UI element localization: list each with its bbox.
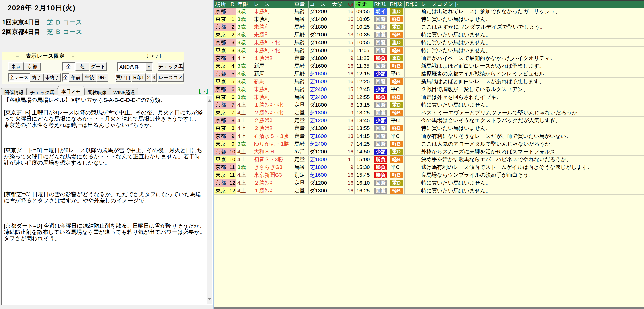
- cell-rmark2: 重D: [389, 23, 405, 31]
- header-course[interactable]: コース: [309, 1, 331, 8]
- all-races-button[interactable]: 全レース: [8, 73, 30, 82]
- table-row[interactable]: 京都13歳未勝利馬齢ダ12001609:55朝イ重D前走は出遅れてレースに参加で…: [214, 8, 644, 15]
- race-comment-button[interactable]: レースコメ: [158, 73, 184, 82]
- cell-race-comment: 特に買いたい馬はいません。: [419, 31, 644, 38]
- afternoon-button[interactable]: 午後: [83, 73, 96, 82]
- cell-rmark1: 朝イ: [373, 8, 389, 15]
- cell-place: 東京: [214, 78, 228, 85]
- table-row[interactable]: 東京33歳未勝利・牝馬齢ダ16001611:05回避軽B特に買いたい馬はいません…: [214, 47, 644, 54]
- table-row[interactable]: 京都53歳新馬馬齢芝16001612:15少額平C藤原厩舎の京都マイル戦績からド…: [214, 70, 644, 78]
- cell-race-name: 未勝利: [253, 15, 293, 23]
- reset-button[interactable]: リセット: [145, 53, 163, 59]
- table-row[interactable]: 東京13歳未勝利馬齢ダ14001610:05回避軽B特に買いたい馬はいません。: [214, 15, 644, 23]
- cell-rmark2: 平C: [389, 85, 405, 93]
- table-row[interactable]: 京都113歳きさらぎG3馬齢芝1800915:30勝負平C逃げ馬有利のレース傾向…: [214, 163, 644, 171]
- panel-divider[interactable]: [213, 0, 214, 309]
- header-rmark1[interactable]: R印1: [373, 1, 389, 8]
- cell-place: 東京: [214, 62, 228, 70]
- cell-head-count: 13: [346, 117, 355, 124]
- expand-arrow-button[interactable]: [→]: [199, 88, 208, 94]
- after-9r-button[interactable]: 9R-: [96, 73, 108, 82]
- table-row[interactable]: 東京63歳未勝利馬齢芝24001812:55勝負軽B前走は外々を回らされたイブキ…: [214, 93, 644, 101]
- memo-scrollbar[interactable]: [207, 96, 212, 304]
- cell-weight: 馬齢: [293, 23, 309, 31]
- header-rmark3[interactable]: R印3: [405, 1, 419, 8]
- cell-weight: 馬齢: [293, 8, 309, 15]
- table-row[interactable]: 京都84上２勝ｸﾗｽ定量芝12001313:45少額平C今の馬場は合いそうなエク…: [214, 117, 644, 124]
- rmark1-button[interactable]: R印1: [132, 73, 146, 82]
- scroll-up-arrow-icon[interactable]: [208, 99, 211, 102]
- rmark3-button[interactable]: 3: [151, 73, 157, 82]
- table-row[interactable]: 東京23歳未勝利馬齢ダ21001310:35回避軽B特に買いたい馬はいません。: [214, 31, 644, 39]
- cell-head-count: 18: [346, 93, 355, 101]
- memo-textarea[interactable]: 【各競馬場の馬場レベル】※軽い方からS-A-B-C-D-E-Fの7分類。 [東京…: [1, 95, 213, 305]
- cell-age: 3歳: [236, 163, 253, 171]
- cell-weather: [331, 109, 346, 116]
- table-row[interactable]: 京都94上石清水Ｓ・3勝定量芝16001314:15回避平C前が有利になりそうな…: [214, 132, 644, 140]
- header-race-comment[interactable]: レースコメント: [419, 1, 644, 8]
- table-row[interactable]: 東京74上２勝ｸﾗｽ・牝定量芝1800913:25回避軽Bベストミーエヴァーとプ…: [214, 109, 644, 117]
- rmark2-button[interactable]: 2: [146, 73, 151, 82]
- header-place[interactable]: 場所: [214, 1, 228, 8]
- cell-course: 芝1200: [309, 117, 331, 124]
- header-race-number[interactable]: R: [228, 1, 236, 8]
- race-mark-badge: 平C: [390, 132, 400, 140]
- header-start-time[interactable]: 発走: [355, 1, 373, 8]
- table-row[interactable]: 京都33歳未勝利・牝馬齢ダ14001510:55回避重D特に買いたい馬はいません…: [214, 39, 644, 47]
- header-weight[interactable]: 重量: [293, 1, 309, 8]
- tab-honjitsu-memo[interactable]: 本日メモ: [58, 86, 84, 96]
- chevron-down-icon[interactable]: ▼: [146, 63, 152, 71]
- header-head-count[interactable]: 頭: [346, 1, 355, 8]
- cell-race-name: １勝ｸﾗｽ: [253, 187, 293, 194]
- cell-race-number: 9: [228, 132, 236, 140]
- morning-button[interactable]: 午前: [69, 73, 83, 82]
- table-row[interactable]: 京都63歳未勝利馬齢芝24001512:45少額平C２戦目で調教が一変しているル…: [214, 85, 644, 93]
- surface-turf-button[interactable]: 芝: [75, 62, 89, 71]
- venue-tokyo-button[interactable]: 東京: [8, 62, 24, 71]
- cell-head-count: 16: [346, 171, 355, 179]
- venue-kyoto-button[interactable]: 京都: [24, 62, 41, 71]
- table-row[interactable]: 京都74上１勝ｸﾗｽ・牝定量ダ1800813:15回避重D特に買いたい馬はいませ…: [214, 101, 644, 109]
- table-row[interactable]: 東京84上２勝ｸﾗｽ定量ダ13001613:55回避軽B特に買いたい馬はいません…: [214, 124, 644, 132]
- cell-rmark2: 軽B: [389, 93, 405, 101]
- table-row[interactable]: 東京114上東京新聞G3別定芝16001615:45勝負軽B良馬場ならウンブライ…: [214, 171, 644, 179]
- table-row[interactable]: 東京43歳新馬馬齢ダ16001611:35回避軽B新馬戦はよほど面白いレースがあ…: [214, 62, 644, 70]
- cell-race-name: 東京新聞G3: [253, 171, 293, 179]
- table-row[interactable]: 東京53歳新馬馬齢芝16001612:25回避軽B新馬戦はよほど面白いレースがあ…: [214, 78, 644, 85]
- cell-race-name: ２勝ｸﾗｽ: [253, 124, 293, 132]
- condition-dropdown[interactable]: AND条件 ▼: [117, 62, 153, 71]
- header-age[interactable]: 年限: [236, 1, 253, 8]
- bets-button[interactable]: 買い目: [115, 73, 131, 82]
- cell-race-name: 未勝利・牝: [253, 39, 293, 46]
- header-race-name[interactable]: レース: [253, 1, 293, 8]
- table-row[interactable]: 東京104上初音Ｓ・3勝定量芝18001115:00勝負軽B決め手を活かす競馬な…: [214, 156, 644, 163]
- cell-race-comment: 前走は外々を回らされたイブキ。: [419, 93, 644, 101]
- finished-button[interactable]: 終了: [30, 73, 44, 82]
- table-row[interactable]: 東京93歳ゆりかも・1勝馬齢芝2400714:25回避軽Bここは人気のアローメタ…: [214, 140, 644, 148]
- race-mark-badge: 平C: [390, 117, 400, 124]
- race-mark-badge: 回避: [374, 180, 387, 186]
- cell-rmark3: [405, 187, 419, 194]
- surface-all-button[interactable]: 全: [62, 62, 75, 71]
- cell-rmark1: 少額: [373, 85, 389, 93]
- cell-weight: 馬齢: [293, 39, 309, 46]
- cell-race-number: 4: [228, 62, 236, 70]
- cell-weather: [331, 39, 346, 46]
- surface-dirt-button[interactable]: ダート: [90, 62, 107, 71]
- cell-race-comment: 新馬戦はよほど面白いレースがあれば予想します。: [419, 62, 644, 70]
- table-row[interactable]: 京都104上大和ＳＨﾊﾝﾃﾞダ12001614:50少額重D外枠からスムーズに末…: [214, 148, 644, 156]
- header-rmark2[interactable]: R印2: [389, 1, 405, 8]
- cell-place: 京都: [214, 132, 228, 140]
- not-finished-button[interactable]: 未終了: [44, 73, 61, 82]
- header-weather[interactable]: 天候: [331, 1, 346, 8]
- table-row[interactable]: 東京124上１勝ｸﾗｽ定量ダ13001616:25回避軽B特に買いたい馬はいませ…: [214, 187, 644, 195]
- scroll-down-arrow-icon[interactable]: [208, 298, 211, 300]
- race-mark-badge: 回避: [374, 125, 387, 131]
- check-horse-button[interactable]: チェック馬: [158, 62, 184, 71]
- cell-race-number: 11: [228, 163, 236, 171]
- time-all-button[interactable]: 全: [62, 73, 69, 82]
- table-row[interactable]: 京都124上２勝ｸﾗｽ定量ダ12001616:10回避重D特に買いたい馬はいませ…: [214, 179, 644, 187]
- cell-start-time: 11:05: [355, 47, 373, 54]
- table-row[interactable]: 京都44上１勝ｸﾗｽ定量ダ1800911:25勝負重D前走がハイペースで展開向か…: [214, 54, 644, 62]
- table-row[interactable]: 京都23歳未勝利馬齢ダ1800910:25回避重Dここはさすがにワンダフルデイズ…: [214, 23, 644, 31]
